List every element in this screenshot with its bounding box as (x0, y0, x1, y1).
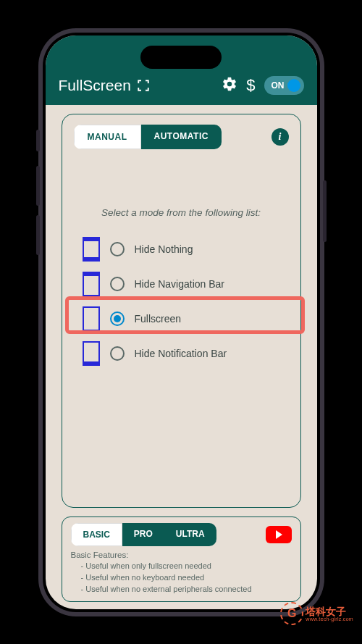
phone-frame: FullScreen $ ON (38, 28, 324, 616)
device-icon (83, 341, 100, 366)
mode-tab-group: MANUAL AUTOMATIC (74, 125, 222, 149)
bottom-panel: BASIC PRO ULTRA Basic Features: - Useful… (62, 517, 301, 602)
tab-ultra[interactable]: ULTRA (164, 523, 216, 546)
phone-notch (140, 46, 222, 69)
main-panel: MANUAL AUTOMATIC i Select a mode from th… (62, 114, 301, 508)
watermark-logo-icon: G (280, 602, 303, 625)
phone-side-button (36, 215, 40, 255)
tab-pro[interactable]: PRO (122, 523, 164, 546)
features-title: Basic Features: (71, 551, 292, 559)
toggle-label: ON (272, 80, 285, 91)
mode-label: Hide Notification Bar (135, 348, 227, 359)
dollar-icon[interactable]: $ (246, 76, 255, 95)
phone-side-button (36, 166, 40, 206)
info-icon[interactable]: i (272, 128, 289, 146)
feature-item: - Useful when only fullscreen needed (81, 561, 292, 572)
radio-button[interactable] (110, 277, 125, 291)
mode-label: Hide Navigation Bar (135, 278, 225, 290)
radio-button[interactable] (110, 346, 125, 361)
mode-option-hide-notif[interactable]: Hide Notification Bar (83, 340, 289, 367)
gear-icon[interactable] (222, 76, 237, 95)
radio-button[interactable] (110, 311, 125, 326)
toggle-thumb (287, 79, 300, 92)
mode-option-hide-nothing[interactable]: Hide Nothing (83, 235, 289, 263)
youtube-icon[interactable] (266, 526, 292, 543)
phone-side-button (36, 130, 40, 151)
mode-label: Fullscreen (135, 313, 182, 325)
radio-button[interactable] (110, 242, 125, 256)
device-icon (83, 237, 100, 262)
features-list: - Useful when only fullscreen needed - U… (71, 561, 292, 595)
tab-automatic[interactable]: AUTOMATIC (141, 125, 222, 149)
watermark-url: www.tech-girlz.com (306, 616, 353, 622)
phone-side-button (323, 180, 327, 242)
tab-basic[interactable]: BASIC (71, 523, 122, 546)
mode-label: Hide Nothing (135, 243, 193, 255)
device-icon (83, 272, 100, 296)
watermark-text: 塔科女子 (306, 606, 353, 616)
mode-prompt: Select a mode from the following list: (74, 207, 289, 218)
app-title: FullScreen (59, 77, 131, 94)
tab-manual[interactable]: MANUAL (74, 125, 141, 149)
device-icon (83, 306, 100, 331)
fullscreen-icon (137, 79, 150, 92)
mode-option-hide-nav[interactable]: Hide Navigation Bar (83, 270, 289, 298)
on-off-toggle[interactable]: ON (264, 76, 304, 95)
mode-list: Hide Nothing Hide Navigation Bar (74, 235, 289, 367)
mode-option-fullscreen[interactable]: Fullscreen (83, 305, 289, 333)
watermark: G 塔科女子 www.tech-girlz.com (280, 602, 353, 625)
feature-item: - Useful when no external peripherals co… (81, 584, 292, 595)
feature-item: - Useful when no keyboard needed (81, 572, 292, 584)
content-area: MANUAL AUTOMATIC i Select a mode from th… (46, 105, 317, 609)
tier-tab-group: BASIC PRO ULTRA (71, 523, 216, 546)
